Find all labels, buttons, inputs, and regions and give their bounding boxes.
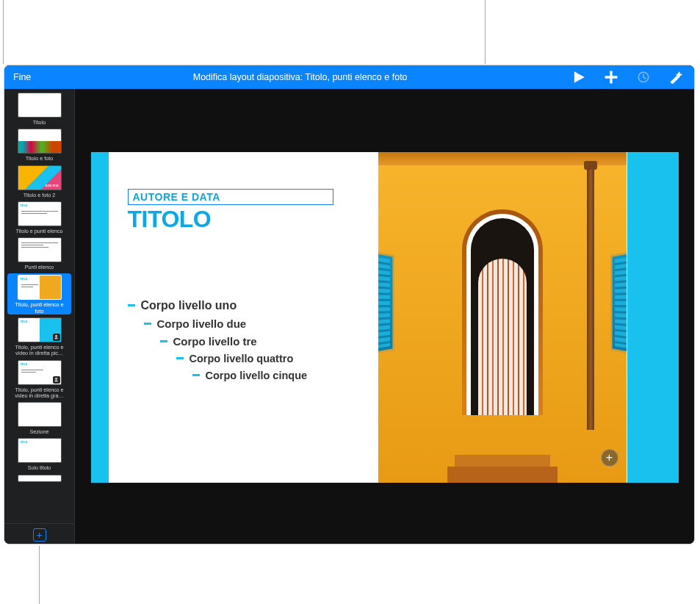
plus-icon[interactable]: [605, 71, 618, 84]
play-icon[interactable]: [572, 71, 585, 84]
done-button[interactable]: Fine: [4, 72, 40, 82]
bullet-text: Corpo livello tre: [173, 335, 257, 348]
toolbar-title: Modifica layout diapositiva: Titolo, pun…: [40, 72, 560, 82]
bullet-icon: [176, 357, 184, 359]
author-date-placeholder[interactable]: AUTORE E DATA: [128, 189, 333, 205]
layout-thumb-punti-elenco[interactable]: Punti elenco: [10, 237, 68, 270]
bullet-icon: [160, 340, 167, 342]
bullet-icon: [192, 374, 200, 376]
callout-line: [485, 0, 486, 64]
person-icon: [53, 334, 60, 341]
layout-thumb-video-diretta-gra[interactable]: TITLE Titolo, punti elenco e video in di…: [10, 360, 68, 400]
layout-thumb-sezione[interactable]: SECTION TITLE Sezione: [10, 402, 68, 435]
thumb-label: Titolo, punti elenco e foto: [10, 302, 68, 314]
bullet-icon: [144, 323, 151, 325]
wand-icon[interactable]: [669, 71, 682, 84]
thumb-label: Punti elenco: [10, 265, 68, 270]
thumb-label: Titolo, punti elenco e video in diretta …: [10, 387, 68, 400]
plus-icon: +: [36, 530, 42, 540]
person-icon: [53, 376, 60, 384]
slide: AUTORE E DATA TITOLO Corpo livello uno C…: [91, 152, 679, 483]
placeholder-photo: [378, 152, 627, 483]
thumb-label: Titolo e foto 2: [10, 193, 68, 198]
thumb-label: Sezione: [10, 429, 68, 435]
layout-thumb-partial[interactable]: [10, 475, 68, 482]
bullet-text: Corpo livello due: [157, 317, 247, 330]
layout-thumb-titolo-punti-elenco-foto[interactable]: TITLE Titolo, punti elenco e foto: [7, 273, 71, 314]
toolbar: Fine Modifica layout diapositiva: Titolo…: [4, 65, 694, 89]
callout-line: [3, 0, 4, 64]
thumb-label: Titolo e foto: [10, 156, 68, 162]
app-window: Fine Modifica layout diapositiva: Titolo…: [4, 65, 695, 544]
layout-thumb-titolo-e-punti-elenco[interactable]: TITLE Titolo e punti elenco: [10, 201, 68, 234]
callout-line: [39, 546, 40, 604]
thumb-label: Solo titolo: [10, 465, 68, 471]
slide-layout-sidebar: PRESENTATION TITLE Titolo PRESENTATION T…: [4, 89, 75, 544]
add-media-button[interactable]: +: [601, 449, 618, 467]
slide-canvas[interactable]: AUTORE E DATA TITOLO Corpo livello uno C…: [75, 89, 694, 544]
title-placeholder[interactable]: TITOLO: [128, 206, 365, 233]
bullet-text: Corpo livello uno: [141, 299, 237, 312]
add-layout-button[interactable]: +: [33, 528, 46, 542]
bullet-text: Corpo livello cinque: [206, 370, 308, 381]
body-placeholder[interactable]: Corpo livello uno Corpo livello due Corp…: [128, 299, 365, 381]
layout-thumb-solo-titolo[interactable]: TITLE Solo titolo: [10, 438, 68, 471]
layout-thumb-titolo-e-foto-2[interactable]: SLIDE TITLE Titolo e foto 2: [10, 165, 68, 198]
bullet-text: Corpo livello quattro: [190, 353, 294, 364]
svg-point-2: [55, 378, 57, 380]
layout-thumb-titolo-e-foto[interactable]: PRESENTATION TITLE Titolo e foto: [10, 129, 68, 162]
bullet-icon: [128, 304, 135, 306]
layout-thumb-titolo[interactable]: PRESENTATION TITLE Titolo: [10, 93, 68, 126]
image-placeholder[interactable]: [378, 152, 627, 483]
plus-icon: +: [606, 451, 613, 464]
thumb-label: Titolo, punti elenco e video in diretta …: [10, 345, 68, 357]
arrow-circle-icon[interactable]: [637, 71, 650, 84]
thumb-label: Titolo e punti elenco: [10, 229, 68, 234]
thumb-label: Titolo: [10, 120, 68, 126]
svg-point-1: [55, 335, 57, 337]
layout-thumb-video-diretta-pic[interactable]: TITLE Titolo, punti elenco e video in di…: [10, 317, 68, 357]
